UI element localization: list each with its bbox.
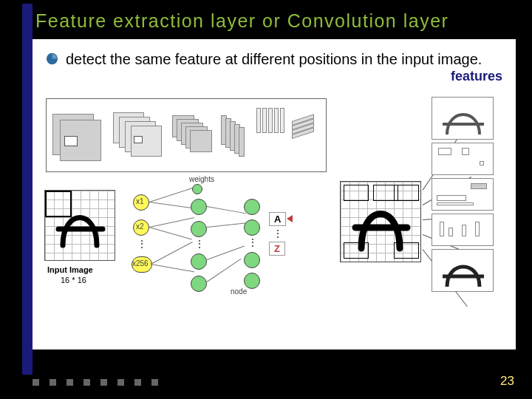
bullet-text: detect the same feature at different pos… xyxy=(66,50,482,69)
accent-bar xyxy=(22,4,33,375)
nn-illustration: Input Image 16 * 16 x1 x2 ⋮ x256 ⋮ xyxy=(44,190,303,345)
output-a: A xyxy=(269,212,286,226)
input-image-grid xyxy=(44,190,115,261)
feature-tile xyxy=(432,249,494,292)
slide-title: Feature extraction layer or Convolution … xyxy=(0,0,532,39)
x2-label: x2 xyxy=(136,222,144,231)
receptive-field-box xyxy=(45,191,72,217)
weights-label: weights xyxy=(189,175,214,183)
feature-tile xyxy=(432,178,494,211)
features-label: features xyxy=(451,69,502,84)
slide-body: detect the same feature at different pos… xyxy=(33,39,516,349)
bullet-icon xyxy=(46,52,58,65)
nodes-label: node xyxy=(231,287,247,296)
scanned-input-image xyxy=(340,181,421,262)
feature-tile xyxy=(432,97,494,140)
input-caption: Input Image xyxy=(47,265,93,274)
cnn-stack-illustration xyxy=(46,98,327,172)
output-z: Z xyxy=(269,242,285,256)
feature-column xyxy=(432,97,499,295)
footer-dots xyxy=(33,379,158,386)
page-number: 23 xyxy=(500,374,514,389)
bullet-row: detect the same feature at different pos… xyxy=(46,50,502,69)
diagram-area: Input Image 16 * 16 x1 x2 ⋮ x256 ⋮ xyxy=(40,94,508,342)
red-triangle-icon xyxy=(287,215,293,222)
feature-tile xyxy=(432,143,494,175)
xlast-label: x256 xyxy=(132,259,149,267)
feature-tile xyxy=(432,214,494,246)
input-dims: 16 * 16 xyxy=(61,276,86,284)
x1-label: x1 xyxy=(136,197,144,205)
